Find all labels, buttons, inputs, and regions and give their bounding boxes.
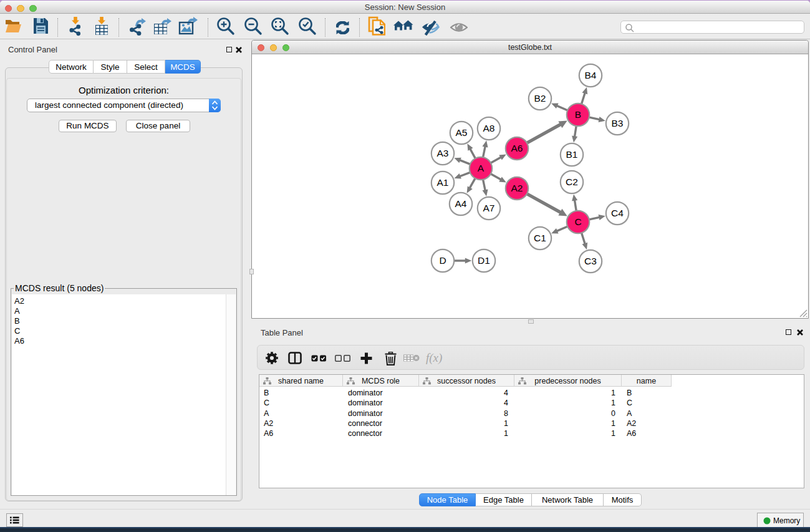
svg-text:C3: C3: [584, 256, 597, 266]
svg-text:A: A: [478, 163, 485, 173]
svg-text:A7: A7: [483, 203, 495, 213]
svg-text:C1: C1: [534, 233, 546, 243]
svg-text:D1: D1: [478, 255, 490, 266]
svg-text:C4: C4: [611, 208, 624, 218]
svg-text:A4: A4: [455, 198, 467, 209]
svg-text:A5: A5: [456, 127, 468, 138]
svg-text:A3: A3: [437, 148, 449, 158]
svg-text:B3: B3: [612, 118, 624, 128]
svg-text:B1: B1: [566, 149, 578, 160]
svg-text:D: D: [439, 255, 446, 266]
svg-text:B4: B4: [585, 70, 597, 80]
svg-text:C2: C2: [566, 177, 578, 187]
svg-text:B2: B2: [534, 93, 546, 104]
svg-text:A6: A6: [511, 143, 523, 153]
svg-text:A8: A8: [483, 123, 495, 133]
svg-text:A1: A1: [437, 177, 449, 188]
svg-text:A2: A2: [511, 183, 523, 193]
svg-text:C: C: [574, 216, 581, 227]
svg-text:B: B: [575, 109, 581, 120]
